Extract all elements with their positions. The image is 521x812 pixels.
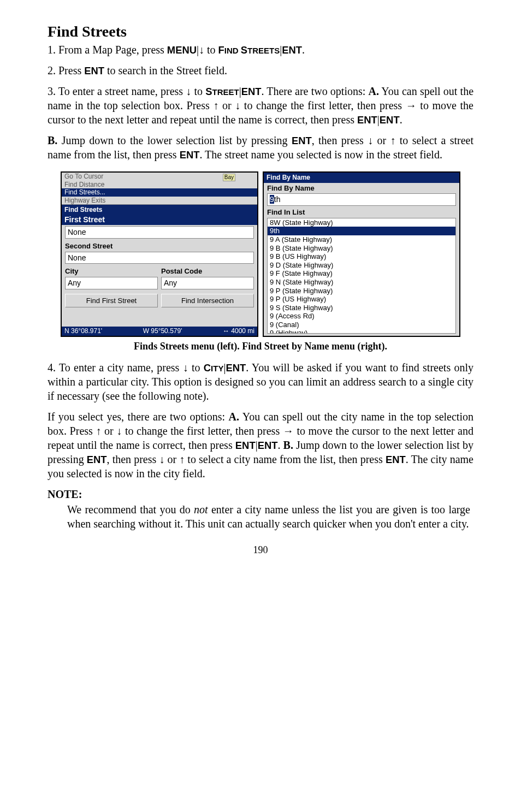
find-by-name-label: Find By Name [264,183,459,193]
list-item[interactable]: 9 (Highway) [268,329,455,333]
right-arrow-icon: → [283,425,294,437]
text: 4. To enter a city name, press [48,361,183,374]
text: IND [224,46,241,55]
list-item[interactable]: 9 (Access Rd) [268,312,455,321]
key-ent: ENT [292,135,312,146]
input-rest: th [274,195,281,204]
text: ITY [211,364,223,373]
text: , then press [107,453,159,465]
text: . The street name you selected is now in… [199,149,442,161]
text: F [218,44,224,56]
heading-find-streets: Find Streets [48,22,473,42]
text: TREET [212,87,239,97]
list-item[interactable]: 9 (Canal) [268,321,455,329]
key-ent: ENT [235,440,256,451]
text: to [204,44,218,56]
option-b-label: B. [48,134,57,146]
list-item[interactable]: 9 N (State Highway) [268,278,455,287]
list-item[interactable]: 9 P (State Highway) [268,287,455,295]
option-a-label: A. [229,411,239,423]
step-3: 3. To enter a street name, press ↓ to ST… [48,84,473,127]
list-item[interactable]: 9 B (State Highway) [268,244,455,253]
list-item[interactable]: 9 F (State Highway) [268,269,455,278]
text: S [241,44,247,56]
find-by-name-input[interactable]: 9th [267,193,456,206]
figure-caption: Finds Streets menu (left). Find Street b… [48,340,473,353]
down-arrow-icon: ↓ [186,85,191,97]
emphasis: not [194,503,208,515]
key-ent: ENT [84,65,104,76]
list-item[interactable]: 9 P (US Highway) [268,295,455,304]
text: . [400,114,402,126]
text: We recommend that you do [67,503,194,515]
second-street-label: Second Street [62,240,257,251]
city-field[interactable]: Any [65,277,158,289]
list-item-selected[interactable]: 9th [268,227,455,235]
menu-item-selected[interactable]: Find Streets... [62,188,257,196]
key-ent: ENT [282,44,302,56]
down-arrow-icon: ↓ [183,361,188,374]
list-item[interactable]: 9 D (State Highway) [268,261,455,270]
text: to select a city name from the list, the… [185,453,386,465]
list-item[interactable]: 9 A (State Highway) [268,235,455,244]
find-streets-panel: Bay Go To Cursor Find Distance Find Stre… [61,171,258,336]
key-ent: ENT [357,114,377,126]
right-arrow-icon: → [406,99,417,111]
step-1: 1. From a Map Page, press MENU|↓ to FIND… [48,43,473,57]
key-ent: ENT [386,454,406,465]
list-item[interactable]: 9 S (State Highway) [268,304,455,312]
up-arrow-icon: ↑ [390,134,395,146]
step-2: 2. Press ENT to search in the Street fie… [48,63,473,78]
step-3b: B. Jump down to the lower selection list… [48,133,473,162]
text: TREETS [247,46,280,55]
find-first-street-button[interactable]: Find First Street [65,294,158,308]
figure-row: Bay Go To Cursor Find Distance Find Stre… [61,171,460,336]
city-label: City [65,266,158,276]
menu-item[interactable]: Find Distance [62,181,257,188]
menu-item[interactable]: Highway Exits [62,197,257,205]
text: to search in the Street field. [104,64,227,76]
text: or [218,99,235,111]
second-street-field[interactable]: None [65,252,254,264]
paragraph-options: If you select yes, there are two options… [48,410,473,481]
text: to change the first letter, then press [240,99,405,111]
text: If you select yes, there are two options… [48,411,229,423]
text: or [373,134,390,146]
list-item[interactable]: 8W (State Highway) [268,218,455,227]
panel-title: Find By Name [264,173,459,182]
first-street-bar: First Street [62,215,257,225]
text: , then press [312,134,368,146]
key-ent: ENT [87,454,107,465]
first-street-field[interactable]: None [65,226,254,239]
key-ent: ENT [241,86,262,97]
up-arrow-icon: ↑ [96,425,101,437]
text: or [164,453,179,465]
key-ent: ENT [380,114,400,126]
map-tooltip: Bay [223,174,235,181]
down-arrow-icon: ↓ [235,99,240,111]
down-arrow-icon: ↓ [368,134,373,146]
list-item[interactable]: 9 B (US Highway) [268,252,455,261]
text: Jump down to the lower selection list by… [57,134,292,146]
key-ent: ENT [226,362,246,374]
text: or [101,425,116,437]
panel-title: Find Streets [62,205,257,215]
up-arrow-icon: ↑ [179,453,185,465]
key-menu: MENU [167,44,197,56]
postal-field[interactable]: Any [161,277,254,289]
step-4: 4. To enter a city name, press ↓ to CITY… [48,360,473,403]
down-arrow-icon: ↓ [159,453,164,465]
text: to [188,361,204,374]
results-list[interactable]: 8W (State Highway) 9th 9 A (State Highwa… [267,218,456,334]
coord-n: N 36°08.971' [64,327,102,335]
text: C [204,362,211,374]
note-body: We recommend that you do not enter a cit… [67,502,470,531]
up-arrow-icon: ↑ [213,99,218,111]
page-number: 190 [48,544,473,556]
text: 3. To enter a street name, press [48,85,186,97]
option-a-label: A. [368,85,378,97]
down-arrow-icon: ↓ [116,425,122,437]
find-intersection-button[interactable]: Find Intersection [161,294,254,308]
text: to change the first letter, then press [122,425,282,437]
text: S [205,86,212,97]
